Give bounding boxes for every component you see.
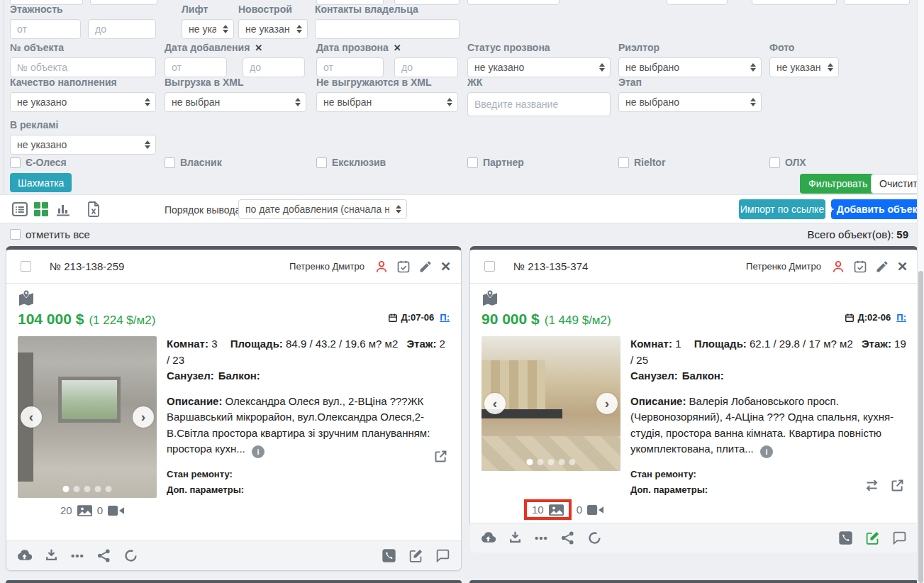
more-actions-icon[interactable]: ••• — [71, 550, 84, 562]
scrollbar[interactable] — [917, 0, 924, 583]
photo-dot[interactable] — [527, 459, 533, 465]
cropped-input[interactable] — [467, 0, 560, 5]
chessboard-button[interactable]: Шахматка — [10, 173, 72, 192]
photo-dot[interactable] — [95, 486, 101, 492]
external-link-icon[interactable] — [433, 449, 448, 464]
checkbox-vlasnyk[interactable]: Власник — [165, 157, 222, 168]
comment-icon[interactable] — [435, 548, 450, 563]
videos-icon[interactable] — [587, 504, 603, 516]
edit-pencil-icon[interactable] — [418, 260, 433, 274]
cropped-input[interactable] — [667, 0, 728, 5]
clear-date-called-icon[interactable]: ✕ — [394, 43, 401, 53]
checkbox-partner[interactable]: Партнер — [467, 157, 524, 168]
task-calendar-icon[interactable] — [853, 260, 867, 274]
photo-next-arrow[interactable]: › — [596, 393, 618, 414]
call-status-select[interactable]: не указано — [467, 57, 611, 77]
checkbox[interactable] — [316, 157, 327, 168]
photos-icon[interactable] — [77, 505, 92, 516]
floors-to-input[interactable] — [88, 19, 156, 39]
select-all[interactable]: отметить все — [10, 228, 90, 240]
edit-object-icon[interactable] — [408, 548, 423, 563]
photos-icon[interactable] — [549, 504, 564, 516]
owner-contacts-input[interactable] — [315, 19, 460, 39]
list-view-icon[interactable] — [11, 201, 28, 218]
date-added-from-input[interactable] — [165, 57, 227, 77]
date-called-from-input[interactable] — [316, 57, 384, 77]
checkbox-rieltor[interactable]: Rieltor — [618, 157, 665, 168]
select-all-checkbox[interactable] — [10, 229, 21, 240]
phone-icon[interactable] — [382, 548, 396, 563]
close-icon[interactable]: ✕ — [897, 260, 908, 273]
scrollbar-thumb[interactable] — [918, 271, 923, 583]
comment-icon[interactable] — [892, 531, 907, 545]
complex-input[interactable] — [467, 92, 611, 116]
chart-view-icon[interactable] — [55, 201, 72, 218]
checkbox[interactable] — [618, 157, 629, 168]
checkbox[interactable] — [10, 157, 21, 168]
cropped-input[interactable] — [752, 0, 837, 5]
clear-button[interactable]: Очистить — [871, 174, 924, 194]
quality-select[interactable]: не указано — [10, 92, 156, 112]
photo-dot[interactable] — [559, 459, 565, 465]
object-photo[interactable]: ‹ › — [482, 336, 620, 471]
photo-prev-arrow[interactable]: ‹ — [484, 393, 506, 414]
more-actions-icon[interactable]: ••• — [535, 532, 548, 544]
filter-button[interactable]: Фильтровать — [800, 174, 876, 194]
photo-prev-arrow[interactable]: ‹ — [21, 406, 42, 428]
edit-object-icon[interactable] — [865, 531, 880, 545]
map-icon[interactable] — [482, 290, 499, 307]
upload-cloud-icon[interactable] — [481, 531, 496, 545]
checkbox-olx[interactable]: ОЛХ — [769, 157, 806, 168]
date-added-to-input[interactable] — [243, 57, 305, 77]
checkbox[interactable] — [165, 157, 175, 168]
grid-view-icon[interactable] — [33, 201, 50, 218]
checkbox-e-olesya[interactable]: Є-Олеся — [10, 157, 67, 168]
clear-date-added-icon[interactable]: ✕ — [255, 43, 262, 53]
phone-icon[interactable] — [838, 531, 853, 545]
photo-dot[interactable] — [84, 486, 91, 492]
upload-cloud-icon[interactable] — [17, 548, 32, 563]
realtor-select[interactable]: не выбрано — [618, 57, 762, 77]
call-link[interactable]: П: — [440, 312, 450, 323]
photo-dot[interactable] — [538, 459, 544, 465]
import-by-link-button[interactable]: Импорт по ссылке — [739, 199, 825, 219]
photo-dot[interactable] — [106, 486, 112, 492]
checkbox-exclusive[interactable]: Ексклюзив — [316, 157, 386, 168]
agent-icon[interactable] — [831, 260, 845, 274]
sort-order-select[interactable]: по дате добавления (сначала новые) — [238, 199, 407, 219]
lift-select[interactable]: не указано — [182, 19, 234, 39]
advertising-select[interactable]: не указано — [10, 135, 156, 155]
photo-dot[interactable] — [569, 459, 576, 465]
external-link-icon[interactable] — [890, 478, 905, 493]
xml-exclude-select[interactable]: не выбран — [316, 92, 458, 112]
agent-icon[interactable] — [374, 260, 389, 274]
task-calendar-icon[interactable] — [396, 260, 411, 274]
excel-export-icon[interactable] — [85, 201, 102, 218]
refresh-icon[interactable] — [123, 548, 138, 563]
add-object-button[interactable]: + Добавить объект — [831, 199, 919, 219]
photo-dot[interactable] — [548, 459, 555, 465]
call-link[interactable]: П: — [896, 312, 906, 323]
videos-icon[interactable] — [108, 505, 124, 516]
share-icon[interactable] — [560, 531, 575, 545]
card-checkbox[interactable] — [484, 261, 495, 272]
photo-select[interactable]: не указано — [769, 57, 839, 77]
refresh-icon[interactable] — [587, 531, 602, 545]
map-icon[interactable] — [18, 290, 35, 307]
stage-select[interactable]: не выбрано — [618, 92, 762, 112]
swap-icon[interactable] — [864, 478, 879, 493]
edit-pencil-icon[interactable] — [875, 260, 889, 274]
floors-from-input[interactable] — [10, 19, 81, 39]
photo-dot[interactable] — [63, 486, 69, 492]
cropped-input[interactable] — [844, 0, 910, 5]
date-called-to-input[interactable] — [394, 57, 458, 77]
photo-dot[interactable] — [74, 486, 80, 492]
download-icon[interactable] — [508, 531, 523, 545]
share-icon[interactable] — [96, 548, 111, 563]
newbuild-select[interactable]: не указано — [238, 19, 308, 39]
close-icon[interactable]: ✕ — [440, 260, 451, 273]
info-icon[interactable]: i — [760, 445, 773, 458]
download-icon[interactable] — [44, 548, 59, 563]
object-photo[interactable]: ‹ › — [18, 336, 157, 498]
checkbox[interactable] — [467, 157, 478, 168]
